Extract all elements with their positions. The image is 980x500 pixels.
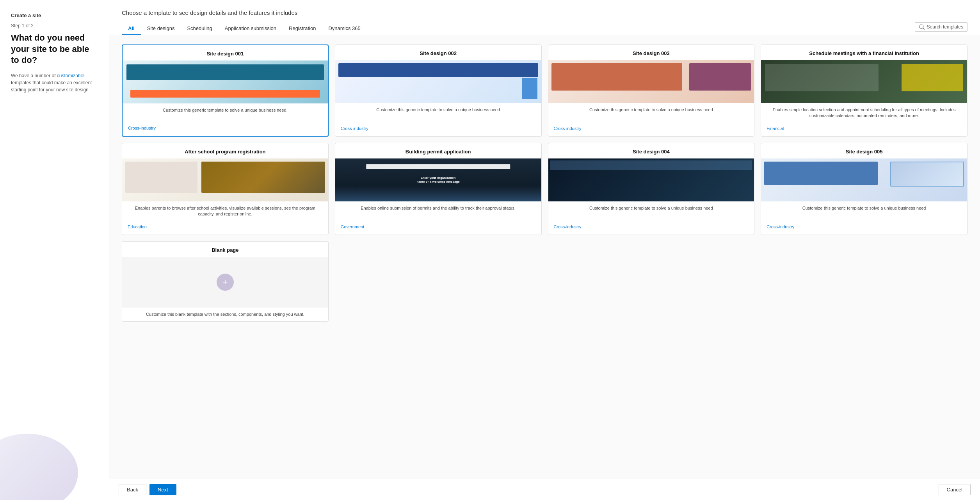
template-card-site-design-003[interactable]: Site design 003 Customize this generic t… <box>548 44 755 137</box>
card-desc-004: Customize this generic template to solve… <box>548 201 754 221</box>
tab-site-designs[interactable]: Site designs <box>141 22 181 35</box>
templates-grid: Site design 001 Customize this generic t… <box>122 44 968 322</box>
main-layout: Create a site Step 1 of 2 What do you ne… <box>0 0 980 500</box>
tab-scheduling[interactable]: Scheduling <box>181 22 218 35</box>
search-icon <box>919 24 925 30</box>
card-title-004: Site design 004 <box>548 143 754 158</box>
content-area: Choose a template to see design details … <box>109 0 980 500</box>
card-desc-afterschool: Enables parents to browse after school a… <box>122 201 328 221</box>
sidebar-heading: What do you need your site to be able to… <box>11 32 98 66</box>
cancel-button[interactable]: Cancel <box>939 484 971 495</box>
template-card-building-permit[interactable]: Building permit application Enter your o… <box>335 143 542 235</box>
template-card-after-school[interactable]: After school program registration Enable… <box>122 143 329 235</box>
card-img-blank: + <box>122 257 328 308</box>
tab-dynamics365[interactable]: Dynamics 365 <box>322 22 366 35</box>
card-tag-005: Cross-industry <box>761 221 967 235</box>
sidebar: Create a site Step 1 of 2 What do you ne… <box>0 0 109 500</box>
card-desc-002: Customize this generic template to solve… <box>335 103 541 123</box>
content-header-title: Choose a template to see design details … <box>122 9 968 16</box>
tab-all[interactable]: All <box>122 22 141 35</box>
card-desc-building: Enables online submission of permits and… <box>335 201 541 221</box>
card-desc-005: Customize this generic template to solve… <box>761 201 967 221</box>
sidebar-desc: We have a number of customizable templat… <box>11 72 98 93</box>
card-title-001: Site design 001 <box>123 45 328 60</box>
tab-registration[interactable]: Registration <box>283 22 322 35</box>
search-box[interactable]: Search templates <box>915 22 968 32</box>
card-tag-002: Cross-industry <box>335 123 541 136</box>
bottom-bar: Back Next Cancel <box>109 479 980 500</box>
search-placeholder: Search templates <box>927 24 963 30</box>
card-img-002 <box>335 60 541 103</box>
card-img-003 <box>548 60 754 103</box>
card-img-001 <box>123 60 328 103</box>
card-desc-003: Customize this generic template to solve… <box>548 103 754 123</box>
card-title-blank: Blank page <box>122 242 328 257</box>
sidebar-title: Create a site <box>11 12 98 18</box>
card-tag-001: Cross-industry <box>123 123 328 136</box>
card-tag-003: Cross-industry <box>548 123 754 136</box>
template-card-site-design-001[interactable]: Site design 001 Customize this generic t… <box>122 44 329 137</box>
card-title-003: Site design 003 <box>548 45 754 60</box>
card-desc-001: Customize this generic template to solve… <box>123 103 328 123</box>
blank-plus-icon: + <box>217 274 234 291</box>
card-image-001 <box>123 60 328 103</box>
bottom-left-buttons: Back Next <box>119 484 176 495</box>
tab-application-submission[interactable]: Application submission <box>219 22 283 35</box>
card-desc-blank: Customize this blank template with the s… <box>122 308 328 321</box>
card-image-schedule <box>761 60 967 103</box>
card-tag-004: Cross-industry <box>548 221 754 235</box>
header-title-text: Choose a template to see design details … <box>122 9 297 16</box>
card-image-005 <box>761 158 967 201</box>
card-image-002 <box>335 60 541 103</box>
card-image-003 <box>548 60 754 103</box>
card-image-blank: + <box>122 257 328 308</box>
card-img-building: Enter your organizationname or a welcome… <box>335 158 541 201</box>
card-title-building: Building permit application <box>335 143 541 158</box>
sidebar-step: Step 1 of 2 <box>11 23 98 28</box>
templates-scroll[interactable]: Site design 001 Customize this generic t… <box>109 35 980 479</box>
tabs-bar: All Site designs Scheduling Application … <box>122 22 968 35</box>
card-title-005: Site design 005 <box>761 143 967 158</box>
template-card-site-design-002[interactable]: Site design 002 Customize this generic t… <box>335 44 542 137</box>
template-card-schedule-meetings[interactable]: Schedule meetings with a financial insti… <box>761 44 968 137</box>
next-button[interactable]: Next <box>149 484 176 495</box>
search-area: Search templates <box>915 22 968 35</box>
template-card-blank-page[interactable]: Blank page + Customize this blank templa… <box>122 241 329 322</box>
sidebar-desc-text: We have a number of customizable templat… <box>11 73 92 93</box>
card-tag-schedule: Financial <box>761 123 967 136</box>
card-img-005 <box>761 158 967 201</box>
building-text-overlay: Enter your organizationname or a welcome… <box>416 176 459 184</box>
card-image-afterschool <box>122 158 328 201</box>
card-title-002: Site design 002 <box>335 45 541 60</box>
card-img-schedule <box>761 60 967 103</box>
back-button[interactable]: Back <box>119 484 146 495</box>
card-desc-schedule: Enables simple location selection and ap… <box>761 103 967 123</box>
card-tag-afterschool: Education <box>122 221 328 235</box>
customizable-link[interactable]: customizable <box>57 73 84 78</box>
card-title-schedule: Schedule meetings with a financial insti… <box>761 45 967 60</box>
card-image-004 <box>548 158 754 201</box>
template-card-site-design-004[interactable]: Site design 004 Customize this generic t… <box>548 143 755 235</box>
card-image-building: Enter your organizationname or a welcome… <box>335 158 541 201</box>
card-title-afterschool: After school program registration <box>122 143 328 158</box>
card-img-004 <box>548 158 754 201</box>
content-header: Choose a template to see design details … <box>109 0 980 35</box>
card-tag-building: Government <box>335 221 541 235</box>
card-img-afterschool <box>122 158 328 201</box>
template-card-site-design-005[interactable]: Site design 005 Customize this generic t… <box>761 143 968 235</box>
sidebar-decoration <box>0 434 78 500</box>
